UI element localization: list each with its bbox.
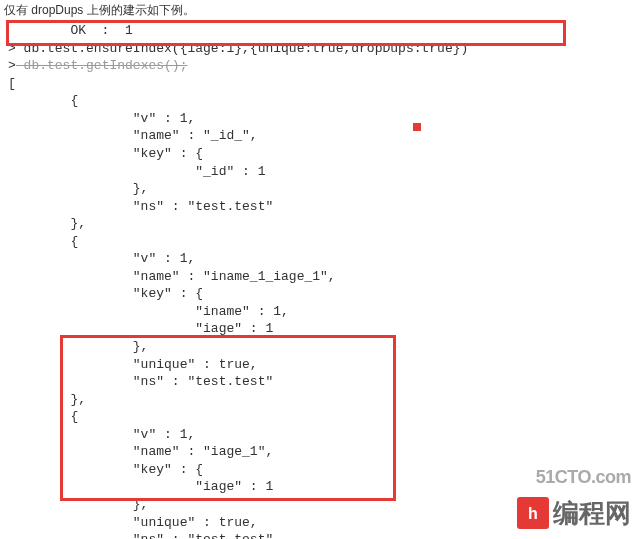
shell-prompt: > <box>8 41 16 56</box>
watermark-bianchengwang: h 编程网 <box>517 496 631 531</box>
terminal-output: OK : 1 > db.test.ensureIndex({iage:1},{u… <box>0 20 639 539</box>
json-output-body: [ { "v" : 1, "name" : "_id_", "key" : { … <box>8 76 336 539</box>
cropped-header-text: 仅有 dropDups 上例的建示如下例。 <box>0 0 639 20</box>
struck-command: db.test.getIndexes(); <box>16 58 188 73</box>
ok-line: OK : 1 <box>8 23 133 38</box>
watermark-cn-text: 编程网 <box>553 496 631 531</box>
red-square-marker <box>413 123 421 131</box>
watermark-51cto: 51CTO.com <box>536 465 631 489</box>
shell-prompt: > <box>8 58 16 73</box>
command-line: db.test.ensureIndex({iage:1},{unique:tru… <box>16 41 468 56</box>
watermark-logo-icon: h <box>517 497 549 529</box>
